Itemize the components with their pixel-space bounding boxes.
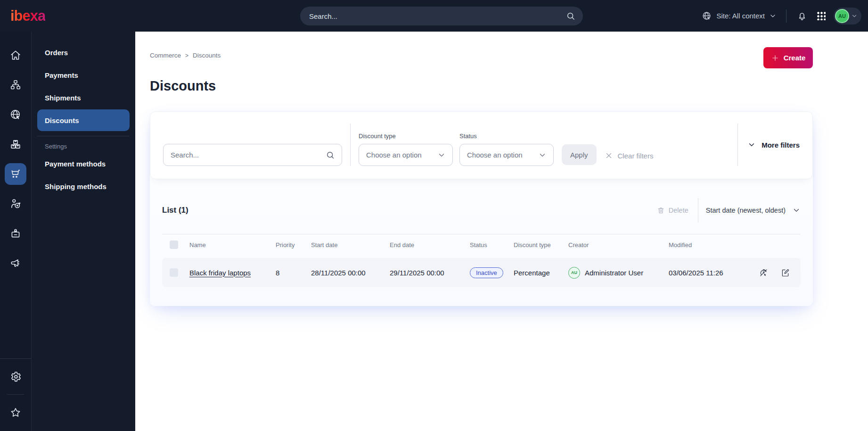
- topbar-right: Site: All context AU: [702, 8, 868, 25]
- row-modified: 03/06/2025 11:26: [669, 269, 758, 277]
- filter-divider: [350, 124, 351, 166]
- rail-bottom: [0, 356, 31, 431]
- chevron-down-icon: [538, 151, 547, 159]
- ibexa-logo[interactable]: ibexa: [10, 8, 45, 25]
- col-priority: Priority: [276, 241, 311, 249]
- app-grid-icon: [817, 11, 826, 20]
- status-select[interactable]: Choose an option: [459, 144, 554, 166]
- col-name: Name: [189, 241, 276, 249]
- sidebar-item-payments[interactable]: Payments: [37, 64, 130, 86]
- row-checkbox[interactable]: [170, 268, 178, 277]
- rail-item-customers[interactable]: [4, 189, 27, 218]
- sidebar-item-payment-methods[interactable]: Payment methods: [37, 153, 130, 174]
- sort-select-value: Start date (newest, oldest): [706, 207, 786, 214]
- chevron-down-icon: [769, 12, 777, 20]
- global-search[interactable]: [300, 7, 583, 25]
- marketing-megaphone-icon: [5, 252, 26, 274]
- app-switcher-button[interactable]: [815, 10, 827, 22]
- chevron-down-icon: [437, 151, 446, 159]
- discount-type-field: Discount type Choose an option: [359, 133, 453, 166]
- site-globe-icon: [702, 11, 712, 21]
- list-header-divider: [698, 198, 698, 223]
- commerce-cart-icon: [5, 163, 26, 185]
- creator-avatar: AU: [568, 267, 580, 279]
- main-content: Commerce > Discounts Create Discounts: [135, 32, 868, 431]
- sidebar-item-orders[interactable]: Orders: [37, 41, 130, 63]
- breadcrumb: Commerce > Discounts: [150, 47, 221, 59]
- create-button[interactable]: Create: [763, 47, 813, 68]
- search-icon[interactable]: [566, 11, 575, 21]
- list-title: List (1): [162, 206, 188, 215]
- discount-type-value: Choose an option: [366, 151, 422, 159]
- rail-divider: [0, 358, 31, 359]
- more-filters-button[interactable]: More filters: [737, 124, 800, 166]
- site-context-label: Site: All context: [716, 12, 765, 20]
- apply-button[interactable]: Apply: [562, 144, 597, 165]
- rail-item-store[interactable]: [4, 218, 27, 248]
- rail-item-bookmarks[interactable]: [4, 398, 27, 427]
- chevron-down-icon: [792, 206, 801, 215]
- col-start-date: Start date: [311, 241, 390, 249]
- status-label: Status: [459, 133, 554, 140]
- delete-button[interactable]: Delete: [657, 207, 688, 215]
- global-search-input[interactable]: [309, 12, 566, 20]
- discount-type-select[interactable]: Choose an option: [359, 144, 453, 166]
- filters-bar: Discount type Choose an option Status C: [150, 111, 813, 179]
- user-menu[interactable]: AU: [834, 8, 861, 25]
- sidebar-item-discounts[interactable]: Discounts: [37, 109, 130, 131]
- discount-type-label: Discount type: [359, 133, 453, 140]
- top-bar: ibexa Site: All context: [0, 0, 868, 32]
- rail-item-commerce[interactable]: [4, 159, 27, 189]
- col-end-date: End date: [390, 241, 470, 249]
- sidebar-item-label: Orders: [45, 49, 68, 57]
- clear-filters-button[interactable]: Clear filters: [605, 151, 654, 160]
- sidebar-item-shipments[interactable]: Shipments: [37, 87, 130, 108]
- store-badge-icon: [5, 223, 26, 244]
- col-creator: Creator: [568, 241, 669, 249]
- chevron-down-icon: [747, 141, 756, 149]
- sidebar-item-label: Discounts: [45, 116, 79, 124]
- notifications-button[interactable]: [796, 10, 808, 22]
- breadcrumb-separator: >: [185, 52, 188, 59]
- close-icon: [605, 151, 613, 160]
- row-priority: 8: [276, 269, 311, 277]
- search-icon: [326, 150, 335, 160]
- sidebar-item-shipping-methods[interactable]: Shipping methods: [37, 175, 130, 197]
- status-badge: Inactive: [470, 267, 503, 278]
- topbar-divider: [786, 9, 786, 23]
- commerce-sidebar: Orders Payments Shipments Discounts Sett…: [32, 32, 135, 431]
- home-icon: [5, 44, 26, 66]
- sidebar-item-label: Shipments: [45, 94, 81, 102]
- discount-name-link[interactable]: Black friday laptops: [189, 269, 251, 277]
- delete-button-label: Delete: [669, 207, 688, 214]
- content-tree-icon: [5, 74, 26, 96]
- rail-item-admin[interactable]: [4, 362, 27, 391]
- clear-filters-label: Clear filters: [618, 152, 654, 160]
- rail-item-content[interactable]: [4, 70, 27, 99]
- site-context-selector[interactable]: Site: All context: [702, 11, 777, 21]
- rail-item-site[interactable]: [4, 99, 27, 129]
- select-all-checkbox[interactable]: [170, 240, 178, 249]
- table-row: Black friday laptops 8 28/11/2025 00:00 …: [162, 258, 801, 287]
- filter-search[interactable]: [163, 144, 342, 166]
- rail-item-marketing[interactable]: [4, 248, 27, 278]
- products-boxes-icon: [5, 133, 26, 155]
- rail-item-dashboard[interactable]: [4, 40, 27, 70]
- star-icon: [5, 402, 26, 423]
- discount-list: List (1) Delete Start date (newest, olde…: [150, 179, 813, 306]
- page-title: Discounts: [150, 78, 813, 94]
- filter-search-input[interactable]: [171, 151, 326, 159]
- discounts-panel: Discount type Choose an option Status C: [150, 111, 813, 306]
- status-value: Choose an option: [467, 151, 523, 159]
- breadcrumb-discounts[interactable]: Discounts: [193, 52, 221, 59]
- rail-item-products[interactable]: [4, 129, 27, 159]
- avatar: AU: [835, 9, 849, 23]
- edit-icon[interactable]: [780, 268, 790, 278]
- sort-select[interactable]: Start date (newest, oldest): [706, 206, 801, 215]
- main-nav-rail: [0, 32, 32, 431]
- row-end-date: 29/11/2025 00:00: [390, 269, 470, 277]
- breadcrumb-commerce[interactable]: Commerce: [150, 52, 181, 59]
- customers-target-icon: [5, 193, 26, 215]
- deactivate-icon[interactable]: [759, 268, 769, 278]
- row-discount-type: Percentage: [514, 269, 568, 277]
